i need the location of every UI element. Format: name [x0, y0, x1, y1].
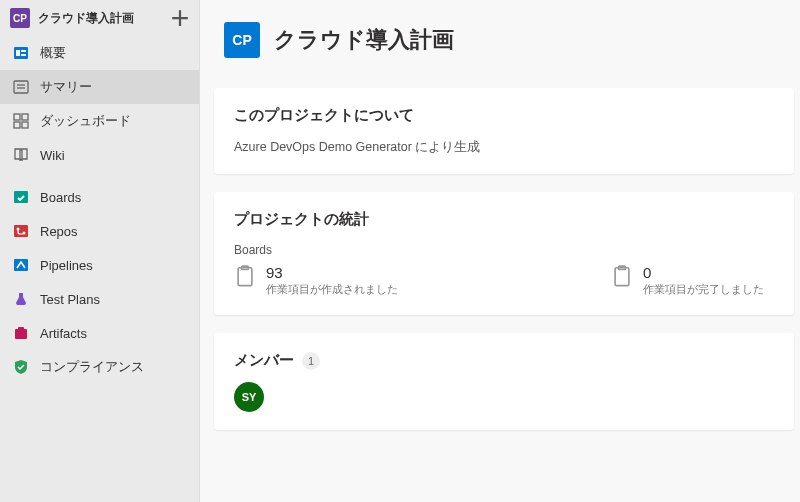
about-card: このプロジェクトについて Azure DevOps Demo Generator… — [214, 88, 794, 174]
sidebar-item-label: サマリー — [40, 78, 92, 96]
new-item-button[interactable] — [171, 9, 189, 27]
sidebar-item-label: Repos — [40, 224, 78, 239]
about-body: Azure DevOps Demo Generator により生成 — [234, 139, 774, 156]
sidebar-item-label: 概要 — [40, 44, 66, 62]
sidebar-item-dashboards[interactable]: ダッシュボード — [0, 104, 199, 138]
stat-completed-value: 0 — [643, 265, 764, 280]
sidebar-item-label: Pipelines — [40, 258, 93, 273]
stat-created: 93 作業項目が作成されました — [234, 265, 398, 297]
sidebar-item-testplans[interactable]: Test Plans — [0, 282, 199, 316]
members-card: メンバー 1 SY — [214, 333, 794, 430]
repos-icon — [12, 222, 30, 240]
sidebar-item-compliance[interactable]: コンプライアンス — [0, 350, 199, 384]
sidebar-item-label: Boards — [40, 190, 81, 205]
sidebar-item-artifacts[interactable]: Artifacts — [0, 316, 199, 350]
svg-rect-4 — [14, 81, 28, 93]
svg-rect-12 — [14, 225, 28, 237]
sidebar-item-label: ダッシュボード — [40, 112, 131, 130]
sidebar-item-boards[interactable]: Boards — [0, 180, 199, 214]
clipboard-icon — [611, 265, 633, 287]
stats-card: プロジェクトの統計 Boards 93 作業項目が作成されました 0 作業項目が… — [214, 192, 794, 315]
sidebar-item-label: Wiki — [40, 148, 65, 163]
sidebar-item-pipelines[interactable]: Pipelines — [0, 248, 199, 282]
svg-rect-16 — [15, 329, 27, 339]
about-heading: このプロジェクトについて — [234, 106, 774, 125]
svg-rect-1 — [16, 50, 20, 56]
testplans-icon — [12, 290, 30, 308]
svg-rect-2 — [21, 50, 26, 52]
stats-heading: プロジェクトの統計 — [234, 210, 774, 229]
svg-rect-3 — [21, 54, 26, 56]
sidebar-item-repos[interactable]: Repos — [0, 214, 199, 248]
project-badge: CP — [10, 8, 30, 28]
svg-rect-18 — [238, 268, 252, 286]
members-count: 1 — [302, 352, 320, 370]
sidebar-item-label: コンプライアンス — [40, 358, 144, 376]
stat-created-label: 作業項目が作成されました — [266, 282, 398, 297]
boards-icon — [12, 188, 30, 206]
stat-completed-label: 作業項目が完了しました — [643, 282, 764, 297]
svg-rect-20 — [615, 268, 629, 286]
summary-icon — [12, 78, 30, 96]
page-title: クラウド導入計画 — [274, 25, 454, 55]
project-name[interactable]: クラウド導入計画 — [38, 10, 163, 27]
wiki-icon — [12, 146, 30, 164]
clipboard-icon — [234, 265, 256, 287]
stats-section-label: Boards — [234, 243, 774, 257]
stat-completed: 0 作業項目が完了しました — [611, 265, 764, 297]
page-header: CP クラウド導入計画 — [200, 0, 800, 88]
shield-icon — [12, 358, 30, 376]
member-avatar[interactable]: SY — [234, 382, 264, 412]
main-content: CP クラウド導入計画 このプロジェクトについて Azure DevOps De… — [200, 0, 800, 502]
stat-created-value: 93 — [266, 265, 398, 280]
svg-rect-7 — [14, 114, 20, 120]
members-heading: メンバー — [234, 351, 294, 370]
sidebar: CP クラウド導入計画 概要 サマリー ダッシュボード Wiki Bo — [0, 0, 200, 502]
artifacts-icon — [12, 324, 30, 342]
svg-rect-9 — [14, 122, 20, 128]
overview-icon — [12, 44, 30, 62]
sidebar-item-wiki[interactable]: Wiki — [0, 138, 199, 172]
sidebar-item-label: Artifacts — [40, 326, 87, 341]
project-badge-large: CP — [224, 22, 260, 58]
sidebar-item-overview[interactable]: 概要 — [0, 36, 199, 70]
pipelines-icon — [12, 256, 30, 274]
dashboard-icon — [12, 112, 30, 130]
svg-rect-11 — [14, 191, 28, 203]
sidebar-item-label: Test Plans — [40, 292, 100, 307]
svg-rect-10 — [22, 122, 28, 128]
sidebar-header: CP クラウド導入計画 — [0, 0, 199, 36]
svg-rect-17 — [18, 327, 24, 330]
sidebar-item-summary[interactable]: サマリー — [0, 70, 199, 104]
svg-rect-8 — [22, 114, 28, 120]
